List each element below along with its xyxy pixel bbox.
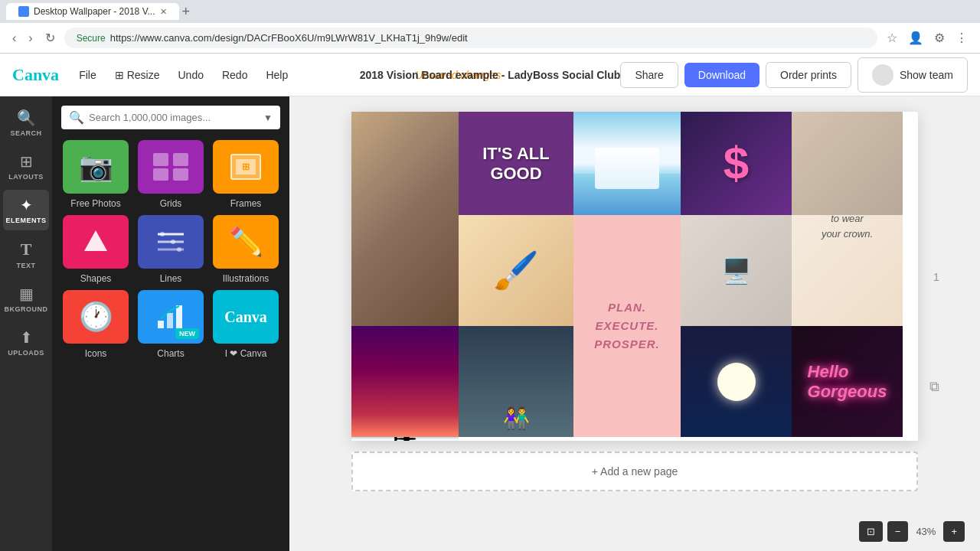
i-love-canva-thumb: Canva [213,290,279,344]
lines-label: Lines [160,273,182,284]
back-button[interactable]: ‹ [9,28,19,48]
vb-cell-woman [351,112,459,326]
document-title: 2018 Vision Board example - LadyBoss Soc… [360,69,621,81]
search-icon: 🔍 [17,109,36,127]
tab-label: Desktop Wallpaper - 2018 V... [34,6,155,17]
frames-thumb: ⊞ [213,140,279,194]
search-input[interactable] [89,112,263,123]
zoom-in-button[interactable]: + [943,521,965,542]
share-button[interactable]: Share [620,62,678,88]
vb-cell-paintbrush: 🖌️ [459,215,573,326]
tab-close-btn[interactable]: ✕ [160,7,167,17]
vb-cell-room [792,112,903,215]
elements-panel: 🔍 ▼ 📷 Free Photos [52,96,289,551]
vb-cell-workspace: 🖥️ [681,215,792,326]
charts-icon [152,302,190,332]
grids-label: Grids [160,198,182,209]
sidebar-item-text[interactable]: T TEXT [3,233,49,276]
new-tab-button[interactable]: + [182,4,191,20]
order-prints-button[interactable]: Order prints [766,62,851,88]
resize-icon: ⊞ [115,69,124,81]
svg-point-12 [171,240,175,244]
sidebar-item-elements[interactable]: ✦ ELEMENTS [3,190,49,230]
zoom-out-button[interactable]: − [887,521,909,542]
i-love-canva-label: I ❤ Canva [225,348,267,359]
search-icon-panel: 🔍 [69,110,84,125]
vb-cell-poster: IT'S ALL GOOD [459,112,573,215]
charts-new-badge: NEW [175,328,199,339]
svg-text:⊞: ⊞ [242,161,250,172]
charts-thumb: NEW [138,290,204,344]
extensions-button[interactable]: ⚙ [931,28,948,48]
profile-button[interactable]: 👤 [905,28,926,48]
shapes-thumb [63,215,129,269]
zoom-controls: ⊡ − 43% + [859,521,965,542]
element-card-shapes[interactable]: Shapes [61,215,130,284]
svg-rect-16 [176,305,182,328]
vision-board: IT'S ALL GOOD $ [351,112,918,441]
svg-rect-1 [173,153,188,166]
dollar-sign-text: $ [724,137,749,190]
element-card-charts[interactable]: NEW Charts [136,290,205,359]
browser-tab[interactable]: Desktop Wallpaper - 2018 V... ✕ [6,3,179,20]
svg-rect-15 [167,313,173,328]
search-bar[interactable]: 🔍 ▼ [61,106,280,129]
search-dropdown-btn[interactable]: ▼ [263,112,273,123]
url-bar[interactable]: Secure https://www.canva.com/design/DACr… [64,28,877,48]
copy-page-icon[interactable]: ⧉ [929,379,939,395]
canvas-area: IT'S ALL GOOD $ [289,96,980,551]
canva-logo: Canva [12,65,59,85]
sidebar-item-search[interactable]: 🔍 SEARCH [3,103,49,143]
vb-cell-plane: ✈ [351,437,459,441]
present-button[interactable]: ⊡ [859,521,883,542]
vb-cell-couple: 👫 [459,326,573,437]
url-text: https://www.canva.com/design/DACrFBooX6U… [110,32,468,44]
vb-cell-storm [351,326,459,437]
sidebar-text-label: TEXT [16,262,35,269]
lines-thumb [138,215,204,269]
resize-label: Resize [127,69,160,81]
text-icon: T [21,240,32,259]
shapes-icon [77,227,115,257]
free-photos-label: Free Photos [70,198,120,209]
svg-point-13 [177,247,181,252]
show-team-button[interactable]: Show team [858,57,968,93]
download-button[interactable]: Download [684,63,760,87]
element-card-i-love-canva[interactable]: Canva I ❤ Canva [211,290,280,359]
canvas-board[interactable]: IT'S ALL GOOD $ [351,112,918,441]
file-menu[interactable]: File [71,64,104,86]
background-icon: ▦ [19,285,34,303]
bookmark-button[interactable]: ☆ [884,28,900,48]
vb-cell-moon [681,326,792,437]
element-card-frames[interactable]: ⊞ Frames [211,140,280,209]
undo-button[interactable]: Undo [170,64,211,86]
uploads-icon: ⬆ [20,328,33,347]
moon-shape [717,363,756,401]
charts-label: Charts [157,348,184,359]
redo-button[interactable]: Redo [214,64,255,86]
layouts-icon: ⊞ [20,152,33,171]
sidebar-uploads-label: UPLOADS [8,349,44,357]
svg-point-11 [160,232,165,236]
resize-button[interactable]: ⊞ Resize [107,64,168,86]
element-card-illustrations[interactable]: ✏️ Illustrations [211,215,280,284]
element-card-icons[interactable]: 🕐 Icons [61,290,130,359]
sidebar-item-uploads[interactable]: ⬆ UPLOADS [3,322,49,363]
svg-marker-7 [84,230,107,251]
element-card-grids[interactable]: Grids [136,140,205,209]
sidebar-item-background[interactable]: ▦ BKGROUND [3,279,49,319]
sidebar: 🔍 SEARCH ⊞ LAYOUTS ✦ ELEMENTS T TEXT ▦ B… [0,96,52,551]
reload-button[interactable]: ↻ [42,28,58,48]
element-card-lines[interactable]: Lines [136,215,205,284]
element-card-free-photos[interactable]: 📷 Free Photos [61,140,130,209]
vb-cell-greek [573,112,681,215]
sidebar-search-label: SEARCH [10,129,41,137]
menu-button[interactable]: ⋮ [952,28,971,48]
help-button[interactable]: Help [258,64,296,86]
add-page-button[interactable]: + Add a new page [351,452,918,491]
vb-cell-plan: PLAN.EXECUTE.PROSPER. [573,215,681,437]
sidebar-item-layouts[interactable]: ⊞ LAYOUTS [3,146,49,187]
secure-label: Secure [77,33,106,44]
show-team-label: Show team [900,69,953,81]
forward-button[interactable]: › [25,28,35,48]
